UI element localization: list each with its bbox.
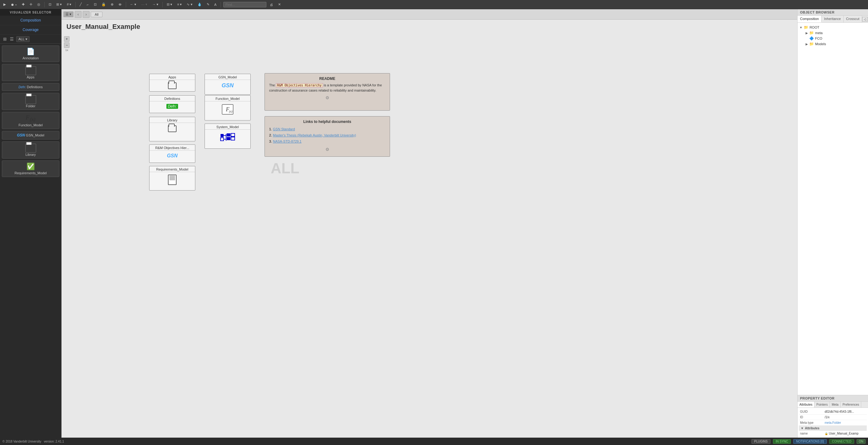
forward-disabled[interactable]: — ▾ [140, 2, 149, 7]
visualizer-selector-header: VISUALIZER SELECTOR [0, 9, 61, 16]
apps-box-title: Apps [150, 74, 195, 80]
diagram-canvas[interactable]: + − 1x Apps GSN_Model GSN Definitions [62, 34, 797, 438]
diagram-box-system-model[interactable]: System_Model [205, 124, 251, 149]
back-button[interactable]: ← ▾ [129, 2, 138, 7]
target-button[interactable]: ◎ [36, 2, 42, 7]
main-layout: VISUALIZER SELECTOR Composition Coverage… [0, 9, 868, 438]
all-view-tab[interactable]: All [91, 12, 102, 17]
in-sync-button[interactable]: IN SYNC [773, 439, 791, 444]
tab-inheritance[interactable]: Inheritance [822, 16, 843, 23]
links-gear-icon[interactable]: ⚙ [269, 147, 385, 152]
align-button[interactable]: ⊟ ▾ [165, 2, 174, 7]
zoom-in-button[interactable]: + [64, 36, 69, 42]
diagram-box-requirements[interactable]: Requirements_Model [149, 166, 195, 191]
left-item-function-model[interactable]: F(x) Function_Model [2, 112, 59, 129]
back-nav-button[interactable]: ‹ [75, 11, 82, 18]
list-view-button[interactable]: ☰ ▾ [63, 11, 73, 17]
fco-spacer: ▶ [806, 37, 808, 40]
left-item-library[interactable]: Library [2, 141, 59, 159]
panel-collapse-button[interactable]: ◁ [862, 17, 868, 22]
left-item-folder[interactable]: Folder [2, 93, 59, 110]
connected-button[interactable]: CONNECTED [829, 439, 854, 444]
curve-button[interactable]: ∿ ▾ [185, 2, 194, 7]
gsn-standard-link[interactable]: GSN Standard [273, 127, 295, 131]
list-button[interactable]: ≡ ▾ [176, 2, 183, 7]
composition-tab[interactable]: Composition [0, 16, 61, 25]
hash-button[interactable]: # ▾ [65, 2, 73, 7]
list-view-icon[interactable]: ☰ [9, 36, 14, 42]
gsn-model-icon: GSN [17, 133, 25, 137]
library-label: Library [26, 153, 36, 157]
prop-tab-preferences[interactable]: Preferences [841, 402, 861, 408]
tab-composition[interactable]: Composition [798, 16, 822, 23]
play-button[interactable]: ▶ [2, 2, 7, 7]
grid-button[interactable]: ⊡ [92, 2, 98, 7]
crosshair-button[interactable]: ✛ [28, 2, 34, 7]
tree-item-root[interactable]: ▼ 📁 ROOT [799, 25, 866, 30]
lock-button[interactable]: 🔒 [100, 2, 107, 7]
zoom-label: 1x [64, 48, 69, 52]
tree-item-fco[interactable]: ▶ 🔷 FCO [799, 36, 866, 41]
left-item-annotation[interactable]: 📄 Annotation [2, 45, 59, 62]
coverage-tab[interactable]: Coverage [0, 25, 61, 35]
definitions-label: Definitions [27, 85, 42, 89]
masters-thesis-link[interactable]: Master's Thesis (Rebekah Austin, Vanderb… [273, 133, 356, 137]
left-item-apps[interactable]: Apps [2, 64, 59, 81]
text-button[interactable]: A [213, 2, 218, 7]
left-item-requirements-model[interactable]: ✅ Requirements_Model [2, 161, 59, 177]
defn-badge: Defn: [166, 104, 178, 109]
link-item-3[interactable]: 3. NASA-STD-8729.1 [269, 139, 385, 145]
tree-item-meta[interactable]: ▶ 📁 meta [799, 30, 866, 36]
diagram-box-function-model[interactable]: Function_Model F (x) [205, 95, 251, 121]
diagram-box-library[interactable]: Library [149, 117, 195, 141]
left-item-definitions[interactable]: Defn: Definitions [2, 83, 59, 91]
annotation-label: Annotation [23, 56, 39, 60]
view-split-button[interactable]: ⊡ [47, 2, 53, 7]
tab-crosscut[interactable]: Crosscut [844, 16, 862, 23]
eye-button[interactable]: 👁 [117, 2, 123, 7]
all-filter-dropdown[interactable]: ALL ▾ [16, 36, 30, 42]
apps-folder-shape [168, 82, 177, 89]
plus-button[interactable]: ✚ [20, 2, 26, 7]
diagram-box-apps[interactable]: Apps [149, 74, 195, 92]
prop-tab-pointers[interactable]: Pointers [814, 402, 830, 408]
apps-folder-icon [25, 66, 36, 75]
fco-label: FCO [815, 37, 822, 40]
function-model-box-icon: F (x) [205, 101, 250, 117]
zoom-out-button[interactable]: − [64, 42, 69, 48]
print-button[interactable]: 🖨 [268, 2, 275, 7]
plus2-button[interactable]: ⊕ [109, 2, 115, 7]
link-item-2[interactable]: 2. Master's Thesis (Rebekah Austin, Vand… [269, 132, 385, 139]
close-button[interactable]: ✕ [277, 2, 282, 7]
left-item-gsn-model[interactable]: GSN GSN_Model [2, 131, 59, 139]
forward-nav-button[interactable]: › [83, 11, 90, 18]
plugins-button[interactable]: PLUGINS [751, 439, 771, 444]
link-item-1[interactable]: 1. GSN Standard [269, 126, 385, 132]
angle-button[interactable]: ⌐ [85, 2, 90, 7]
gsn-model-label: GSN_Model [26, 133, 44, 137]
diagram-box-definitions[interactable]: Definitions Defn: [149, 95, 195, 113]
diagram-box-rm-objectives[interactable]: R&M Objectives Hier... GSN [149, 144, 195, 163]
annotation-icon: 📄 [4, 48, 57, 56]
tree-item-models[interactable]: ▶ 📁 Models [799, 41, 866, 47]
readme-box: README The R&M Objectives Hierarchy is a… [265, 73, 390, 111]
drop-button[interactable]: 💧 [196, 2, 203, 7]
diagram-box-gsn[interactable]: GSN_Model GSN [205, 74, 251, 95]
left-items-list: 📄 Annotation Apps Defn: Definitions Fold… [0, 44, 61, 438]
grid-view-icon[interactable]: ⊞ [2, 36, 7, 42]
center-toolbar: ☰ ▾ ‹ › All [62, 9, 797, 20]
run-dropdown[interactable]: ⏺ ▾ [9, 2, 19, 7]
readme-gear-icon[interactable]: ⚙ [269, 95, 385, 100]
prop-tab-meta[interactable]: Meta [830, 402, 841, 408]
definitions-box-title: Definitions [150, 96, 195, 101]
nasa-std-link[interactable]: NASA-STD-8729.1 [273, 139, 302, 143]
prop-tab-attributes[interactable]: Attributes [798, 402, 814, 408]
line-button[interactable]: ╱ [78, 2, 83, 7]
meta-type-key: Meta type [800, 421, 825, 424]
meta-type-value[interactable]: meta.Folder [825, 421, 866, 424]
nav-button[interactable]: → ▾ [151, 2, 160, 7]
notifications-button[interactable]: NOTIFICATIONS [0] [793, 439, 827, 444]
edit-button[interactable]: ✎ [205, 2, 211, 7]
view-dropdown[interactable]: ⊞ ▾ [55, 2, 63, 7]
find-input[interactable] [223, 2, 267, 7]
